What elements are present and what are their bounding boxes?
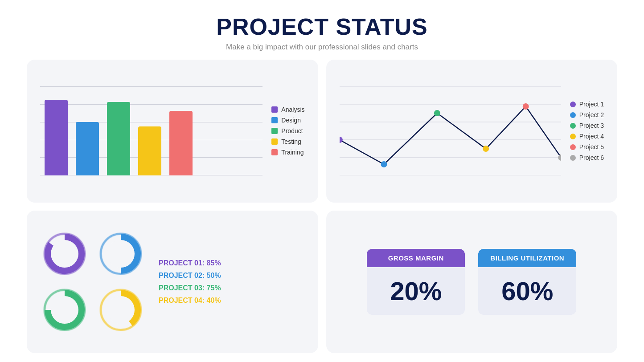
line-legend-dot <box>570 144 576 150</box>
svg-point-16 <box>107 240 135 268</box>
legend-item: Design <box>271 117 304 124</box>
svg-point-19 <box>51 296 78 324</box>
metric-box-2: BILLING UTILIZATION60% <box>478 249 576 315</box>
svg-point-6 <box>340 137 343 143</box>
svg-point-9 <box>483 146 489 152</box>
legend-item: Product <box>271 127 304 134</box>
line-legend-dot <box>570 102 576 107</box>
line-legend-item: Project 2 <box>570 111 604 118</box>
line-legend-label: Project 1 <box>579 101 604 108</box>
pie-svg <box>96 285 145 334</box>
line-legend-dot <box>570 134 576 139</box>
bar-legend: AnalysisDesignProductTestingTraining <box>271 106 304 156</box>
svg-point-22 <box>107 296 135 324</box>
line-chart-svg <box>340 86 561 175</box>
pie-svg <box>96 229 145 278</box>
page-subtitle: Make a big impact with our professional … <box>216 43 427 52</box>
line-legend-dot <box>570 123 576 129</box>
bar-testing <box>138 126 161 175</box>
line-legend-item: Project 5 <box>570 143 604 150</box>
svg-point-13 <box>51 240 78 268</box>
line-legend-label: Project 2 <box>579 111 604 118</box>
legend-label: Analysis <box>281 106 304 113</box>
line-legend: Project 1Project 2Project 3Project 4Proj… <box>570 101 604 161</box>
line-chart-area <box>340 86 561 175</box>
svg-point-8 <box>434 110 440 116</box>
svg-point-10 <box>522 103 529 110</box>
line-legend-item: Project 4 <box>570 133 604 140</box>
legend-item: Analysis <box>271 106 304 113</box>
bar-analysis <box>45 100 68 175</box>
metrics-card: GROSS MARGIN20%BILLING UTILIZATION60% <box>326 211 618 354</box>
legend-dot <box>271 128 278 134</box>
line-legend-dot <box>570 112 576 118</box>
legend-label: Training <box>281 149 304 156</box>
metric-value-2: 60% <box>478 267 576 315</box>
line-legend-item: Project 1 <box>570 101 604 108</box>
legend-item: Training <box>271 149 304 156</box>
metric-header-2: BILLING UTILIZATION <box>478 249 576 267</box>
dashboard: AnalysisDesignProductTestingTraining <box>27 60 617 353</box>
legend-dot <box>271 149 278 155</box>
metric-header-1: GROSS MARGIN <box>367 249 465 267</box>
bar-training <box>169 111 193 175</box>
pie-chart-card: PROJECT 01: 85%PROJECT 02: 50%PROJECT 03… <box>27 211 318 354</box>
svg-point-11 <box>558 155 561 161</box>
line-legend-item: Project 6 <box>570 154 604 161</box>
legend-label: Design <box>281 117 301 124</box>
bar-chart-card: AnalysisDesignProductTestingTraining <box>27 60 318 203</box>
pie-label-1: PROJECT 01: 85% <box>159 259 221 267</box>
page-header: PROJECT STATUS Make a big impact with ou… <box>216 13 427 52</box>
legend-dot <box>271 106 278 113</box>
line-legend-label: Project 3 <box>579 122 604 129</box>
svg-point-7 <box>381 161 387 167</box>
line-legend-label: Project 4 <box>579 133 604 140</box>
pie-chart-1 <box>40 229 89 278</box>
line-legend-item: Project 3 <box>570 122 604 129</box>
line-legend-label: Project 5 <box>579 143 604 150</box>
pie-svg <box>40 229 89 278</box>
pie-chart-4 <box>96 285 145 334</box>
bar-design <box>76 122 99 175</box>
pie-label-2: PROJECT 02: 50% <box>159 272 221 280</box>
legend-item: Testing <box>271 138 304 145</box>
page-title: PROJECT STATUS <box>216 13 427 40</box>
bars-container <box>40 86 263 175</box>
metric-value-1: 20% <box>367 267 465 315</box>
pie-chart-3 <box>40 285 89 334</box>
pie-labels: PROJECT 01: 85%PROJECT 02: 50%PROJECT 03… <box>159 259 221 305</box>
metric-box-1: GROSS MARGIN20% <box>367 249 465 315</box>
pie-label-3: PROJECT 03: 75% <box>159 284 221 292</box>
legend-label: Testing <box>281 138 301 145</box>
pie-label-4: PROJECT 04: 40% <box>159 297 221 305</box>
line-chart-card: Project 1Project 2Project 3Project 4Proj… <box>326 60 618 203</box>
pie-svg <box>40 285 89 334</box>
legend-label: Product <box>281 127 303 134</box>
bar-chart-area <box>40 86 263 175</box>
pie-chart-2 <box>96 229 145 278</box>
legend-dot <box>271 117 278 123</box>
legend-dot <box>271 138 278 145</box>
line-legend-dot <box>570 155 576 161</box>
line-legend-label: Project 6 <box>579 154 604 161</box>
pie-grid <box>40 229 145 334</box>
bar-product <box>107 102 130 175</box>
